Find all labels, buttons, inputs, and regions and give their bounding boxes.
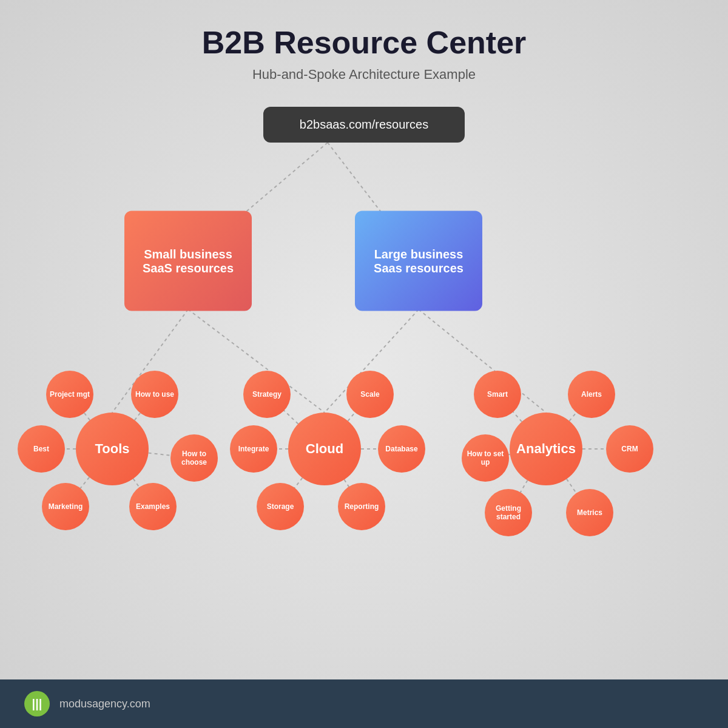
cat-small-business[interactable]: Small business SaaS resources bbox=[124, 211, 252, 311]
spoke-crm[interactable]: CRM bbox=[606, 425, 653, 473]
spoke-getting-started[interactable]: Getting started bbox=[485, 489, 532, 536]
spoke-scale[interactable]: Scale bbox=[346, 371, 394, 418]
spoke-examples[interactable]: Examples bbox=[129, 483, 177, 530]
spoke-reporting[interactable]: Reporting bbox=[338, 483, 385, 530]
footer-logo: ||| bbox=[24, 691, 50, 716]
spoke-strategy[interactable]: Strategy bbox=[243, 371, 291, 418]
spoke-database[interactable]: Database bbox=[378, 425, 425, 473]
spoke-metrics[interactable]: Metrics bbox=[566, 489, 613, 536]
diagram-area: .dashed-line { stroke: #aaa; stroke-widt… bbox=[0, 143, 728, 679]
spoke-how-to-use[interactable]: How to use bbox=[131, 371, 178, 418]
page-title: B2B Resource Center bbox=[202, 24, 527, 61]
spoke-best[interactable]: Best bbox=[18, 425, 65, 473]
hub-cloud[interactable]: Cloud bbox=[288, 413, 361, 485]
cat-large-business[interactable]: Large business Saas resources bbox=[355, 211, 482, 311]
hub-analytics[interactable]: Analytics bbox=[510, 413, 582, 485]
hub-node[interactable]: b2bsaas.com/resources bbox=[263, 107, 465, 143]
footer-url: modusagency.com bbox=[59, 698, 150, 710]
spoke-how-to-choose[interactable]: How to choose bbox=[170, 434, 218, 482]
hub-tools[interactable]: Tools bbox=[76, 413, 149, 485]
page-subtitle: Hub-and-Spoke Architecture Example bbox=[252, 67, 476, 83]
main-content: B2B Resource Center Hub-and-Spoke Archit… bbox=[0, 0, 728, 679]
spoke-integrate[interactable]: Integrate bbox=[230, 425, 277, 473]
spoke-project-mgt[interactable]: Project mgt bbox=[46, 371, 93, 418]
footer: ||| modusagency.com bbox=[0, 679, 728, 728]
spoke-how-to-set-up[interactable]: How to set up bbox=[462, 434, 509, 482]
spoke-smart[interactable]: Smart bbox=[474, 371, 521, 418]
modus-logo-icon: ||| bbox=[32, 697, 42, 711]
spoke-storage[interactable]: Storage bbox=[257, 483, 304, 530]
spoke-marketing[interactable]: Marketing bbox=[42, 483, 89, 530]
spoke-alerts[interactable]: Alerts bbox=[568, 371, 615, 418]
